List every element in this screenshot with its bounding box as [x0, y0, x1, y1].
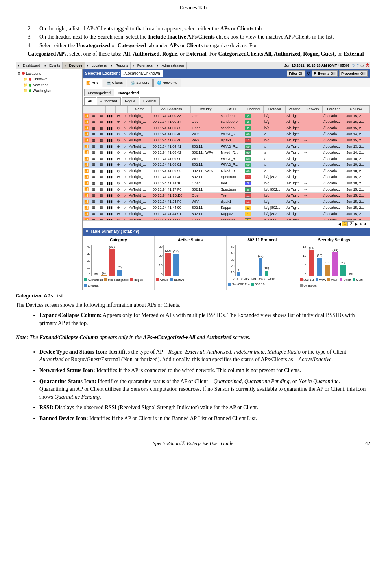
logout-icon[interactable]: ⏻ [365, 63, 370, 68]
table-row[interactable]: 📶 ▦ ▦ ▮▮▮ ⊘ ○AirTight_...00:11:74:41:06:… [83, 137, 370, 143]
events-toggle[interactable]: ⚑ Events Off [312, 70, 338, 77]
column-header[interactable]: SSID [220, 106, 244, 113]
table-row[interactable]: 📶 ▦ ▦ ▮▮▮ ⊘ ○AirTight_...00:11:74:41:23:… [83, 198, 370, 205]
wifi-icon: 📶 [84, 169, 89, 173]
chart-category: Category 403020100(0)(1)(39)(9)Authorize… [83, 236, 155, 289]
table-row[interactable]: 📶 ▦ ▦ ▮▮▮ ⊘ ○AirTight_...00:11:74:41:1D:… [83, 193, 370, 199]
column-header[interactable]: Channel [244, 106, 263, 113]
app-screenshot: ▪Dashboard▪Events▪Devices▪Locations▪Repo… [16, 62, 370, 290]
top-tab-reports[interactable]: ▪Reports [109, 62, 131, 69]
wifi-icon: 📶 [84, 187, 89, 191]
column-header[interactable] [98, 106, 105, 113]
device-tab-aps[interactable]: 📶APs [83, 79, 102, 87]
rssi-icon: ▮▮▮ [107, 169, 113, 173]
top-tab-events[interactable]: ▪Events [42, 62, 63, 69]
tree-item[interactable]: 📁New York [23, 82, 81, 88]
column-header[interactable]: Security [190, 106, 220, 113]
table-row[interactable]: 📶 ▦ ▦ ▮▮▮ ⊘ ○AirTight_...00:11:74:41:00:… [83, 125, 370, 131]
top-tab-locations[interactable]: ▪Locations [85, 62, 109, 69]
device-tab-networks[interactable]: 🌐Networks [153, 79, 181, 87]
device-tab-sensors[interactable]: 📡Sensors [127, 79, 153, 87]
footer-title: SpectraGuard® Enterprise User Guide [153, 440, 233, 447]
window-icon[interactable]: ▭ [360, 63, 365, 68]
sub-tab-external[interactable]: External [140, 97, 160, 105]
tree-root[interactable]: ⊟ Locations [18, 71, 81, 77]
pager: ◀ 12 ▶ ⏮ ⏭ [83, 220, 370, 228]
pager-prev[interactable]: ◀ [338, 221, 341, 227]
chart-legend: ActiveInactive [156, 276, 225, 282]
sub-tab-rogue[interactable]: Rogue [122, 97, 139, 105]
cat-tab-categorized[interactable]: Categorized [115, 89, 142, 97]
top-tab-dashboard[interactable]: ▪Dashboard [16, 62, 42, 69]
column-header[interactable]: Vendor [285, 106, 303, 113]
net-icon: ▦ [92, 187, 96, 191]
instruction-item: 3.On the header, next to the Search icon… [28, 33, 370, 41]
device-tab-clients[interactable]: 💻Clients [103, 79, 127, 87]
column-header[interactable] [116, 106, 122, 113]
table-row[interactable]: 📶 ▦ ▦ ▮▮▮ ⊘ ○AirTight_...00:11:74:41:44:… [83, 205, 370, 211]
quar-icon: ▦ [100, 163, 103, 167]
refresh-icon[interactable]: ↻ [351, 63, 356, 68]
funnel-icon[interactable]: ▽ [307, 71, 310, 76]
top-tab-administration[interactable]: ▪Administration [155, 62, 187, 69]
tree-item[interactable]: 📁Unknown [23, 76, 81, 82]
top-tab-forensics[interactable]: ▪Forensics [131, 62, 155, 69]
quar-icon: ▦ [100, 181, 103, 185]
chart-title: 802.11 Protocol [228, 237, 297, 243]
top-tab-devices[interactable]: ▪Devices [63, 62, 85, 69]
dot-icon: ○ [124, 132, 126, 136]
quar-icon: ▦ [100, 157, 103, 161]
sub-tab-all[interactable]: All [84, 97, 96, 105]
table-row[interactable]: 📶 ▦ ▦ ▮▮▮ ⊘ ○AirTight_...00:11:74:41:00:… [83, 119, 370, 125]
table-row[interactable]: 📶 ▦ ▦ ▮▮▮ ⊘ ○AirTight_...00:11:74:41:11:… [83, 174, 370, 180]
table-row[interactable]: 📶 ▦ ▦ ▮▮▮ ⊘ ○AirTight_...00:11:74:41:09:… [83, 168, 370, 174]
table-row[interactable]: 📶 ▦ ▦ ▮▮▮ ⊘ ○AirTight_...00:11:74:41:06:… [83, 131, 370, 137]
column-header[interactable]: Up/Dow... [345, 106, 369, 113]
column-header[interactable]: Name [128, 106, 151, 113]
dot-icon: ○ [124, 150, 126, 154]
table-row[interactable]: 📶 ▦ ▦ ▮▮▮ ⊘ ○AirTight_...00:11:74:41:09:… [83, 162, 370, 168]
table-row[interactable]: 📶 ▦ ▦ ▮▮▮ ⊘ ○AirTight_...00:11:74:41:44:… [83, 217, 370, 220]
chart-802.11-protocol: 802.11 Protocol 50403020100(7)(32)(10)ab… [227, 236, 299, 289]
column-header[interactable]: MAC Address [151, 106, 190, 113]
column-header[interactable]: Network [303, 106, 322, 113]
net-icon: ▦ [92, 169, 96, 173]
net-icon: ▦ [92, 150, 96, 154]
column-header[interactable] [105, 106, 116, 113]
folder-icon: 📁 [23, 77, 28, 82]
filter-toggle[interactable]: Filter Off [287, 70, 306, 77]
table-row[interactable]: 📶 ▦ ▦ ▮▮▮ ⊘ ○AirTight_...00:11:74:41:06:… [83, 143, 370, 150]
page-1[interactable]: 1 [342, 221, 348, 226]
pager-last-icon[interactable]: ⏭ [364, 221, 368, 227]
net-icon: ▦ [92, 181, 96, 185]
page-header: Devices Tab [16, 4, 370, 13]
page-footer: SpectraGuard® Enterprise User Guide 42 [16, 438, 370, 447]
subcategory-tabs: AllAuthorizedRogueExternal [83, 96, 370, 106]
quar-icon: ▦ [100, 175, 103, 179]
table-row[interactable]: 📶 ▦ ▦ ▮▮▮ ⊘ ○AirTight_...00:11:74:41:00:… [83, 113, 370, 119]
cat-tab-uncategorized[interactable]: Uncategorized [84, 89, 114, 97]
table-row[interactable]: 📶 ▦ ▦ ▮▮▮ ⊘ ○AirTight_...00:11:74:41:06:… [83, 150, 370, 156]
table-row[interactable]: 📶 ▦ ▦ ▮▮▮ ⊘ ○AirTight_...00:11:74:41:09:… [83, 156, 370, 162]
help-icon[interactable]: ? [356, 63, 360, 68]
table-row[interactable]: 📶 ▦ ▦ ▮▮▮ ⊘ ○AirTight_...00:11:74:41:44:… [83, 211, 370, 217]
column-header[interactable]: Protocol [263, 106, 285, 113]
table-row[interactable]: 📶 ▦ ▦ ▮▮▮ ⊘ ○AirTight_...00:11:74:41:14:… [83, 180, 370, 187]
page-2[interactable]: 2 [348, 221, 354, 226]
tab-icon: ▪ [133, 63, 137, 67]
column-header[interactable] [122, 106, 128, 113]
prevention-toggle[interactable]: Prevention Off [339, 70, 368, 77]
column-header[interactable] [91, 106, 98, 113]
chart-title: Security Settings [300, 237, 368, 243]
intro-text: The Devices screen shows the following i… [16, 301, 370, 309]
column-header[interactable] [83, 106, 91, 113]
net-icon: ▦ [92, 212, 96, 216]
ban-icon: ⊘ [117, 132, 120, 136]
table-row[interactable]: 📶 ▦ ▦ ▮▮▮ ⊘ ○AirTight_...00:11:74:41:17:… [83, 186, 370, 193]
pager-first-icon[interactable]: ⏮ [359, 221, 363, 227]
pager-next[interactable]: ▶ [355, 221, 358, 227]
tree-item[interactable]: 📁Washington [23, 88, 81, 94]
sub-tab-authorized[interactable]: Authorized [97, 97, 121, 105]
column-header[interactable]: Location [322, 106, 345, 113]
wifi-icon: 📶 [84, 193, 89, 197]
